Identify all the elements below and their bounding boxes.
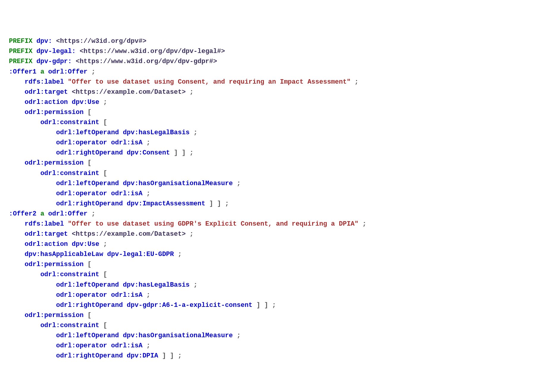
code-token: [233, 180, 237, 187]
code-line: odrl:target <https://example.com/Dataset…: [9, 229, 528, 239]
code-line: :Offer2 a odrl:Offer ;: [9, 209, 528, 219]
code-token: [72, 58, 76, 65]
code-token: odrl:permission: [25, 159, 84, 167]
code-token: [123, 302, 127, 309]
code-token: [9, 230, 25, 238]
code-line: odrl:constraint [: [9, 270, 528, 280]
code-token: "Offer to use dataset using GDPR's Expli…: [68, 220, 358, 228]
code-line: odrl:action dpv:Use ;: [9, 97, 528, 107]
code-token: [9, 302, 56, 309]
code-token: [68, 230, 72, 238]
code-token: ;: [91, 68, 95, 76]
code-token: odrl:target: [25, 230, 68, 238]
code-token: [9, 149, 56, 157]
code-token: odrl:action: [25, 99, 68, 106]
code-token: odrl:isA: [111, 139, 143, 146]
code-token: ;: [178, 251, 182, 258]
code-token: ;: [237, 332, 241, 339]
code-token: [64, 78, 68, 86]
code-token: [44, 68, 48, 76]
code-token: ;: [91, 210, 95, 218]
code-line: odrl:leftOperand dpv:hasOrganisationalMe…: [9, 179, 528, 189]
code-token: [9, 190, 56, 197]
code-token: dpv:hasLegalBasis: [123, 129, 190, 136]
code-token: dpv:DPIA: [127, 352, 158, 360]
code-token: [143, 291, 146, 299]
code-token: [107, 139, 111, 146]
code-line: odrl:constraint [: [9, 321, 528, 331]
code-token: ;: [194, 281, 198, 289]
code-token: [: [87, 109, 91, 116]
code-line: odrl:leftOperand dpv:hasLegalBasis ;: [9, 280, 528, 290]
code-token: [9, 139, 56, 146]
code-token: ;: [362, 220, 366, 228]
code-token: <https://example.com/Dataset>: [72, 230, 186, 238]
code-token: [9, 220, 25, 228]
code-token: odrl:operator: [56, 291, 107, 299]
code-token: odrl:constraint: [40, 322, 99, 329]
code-token: odrl:target: [25, 88, 68, 96]
code-line: odrl:permission [: [9, 310, 528, 321]
code-line: odrl:permission [: [9, 158, 528, 168]
code-token: [9, 251, 25, 258]
code-token: dpv:hasOrganisationalMeasure: [123, 332, 233, 339]
code-line: odrl:operator odrl:isA ;: [9, 341, 528, 351]
code-token: <https://w3id.org/dpv#>: [56, 38, 146, 45]
code-token: <https://www.w3id.org/dpv/dpv-gdpr#>: [76, 58, 217, 65]
code-line: odrl:rightOperand dpv:ImpactAssessment ]…: [9, 199, 528, 209]
code-token: "Offer to use dataset using Consent, and…: [68, 78, 351, 86]
code-token: [36, 210, 40, 218]
code-token: odrl:operator: [56, 139, 107, 146]
code-token: [68, 240, 72, 248]
code-token: [9, 240, 25, 248]
code-token: <https://www.w3id.org/dpv/dpv-legal#>: [80, 48, 225, 55]
code-line: odrl:action dpv:Use ;: [9, 239, 528, 249]
code-token: ] ] ;: [174, 149, 194, 157]
code-token: dpv:hasApplicableLaw: [25, 251, 103, 258]
code-token: [158, 352, 162, 360]
code-token: [233, 332, 237, 339]
code-token: ;: [237, 180, 241, 187]
code-token: odrl:constraint: [40, 271, 99, 278]
code-token: [119, 332, 123, 339]
code-token: [9, 78, 25, 86]
code-token: [84, 159, 87, 167]
code-token: [170, 149, 174, 157]
code-token: ;: [146, 291, 150, 299]
code-token: [: [103, 119, 107, 126]
code-token: ] ] ;: [256, 302, 276, 309]
code-token: dpv:Use: [72, 240, 99, 248]
code-token: [143, 139, 146, 146]
code-token: odrl:rightOperand: [56, 352, 123, 360]
code-token: ;: [146, 190, 150, 197]
code-token: odrl:permission: [25, 109, 84, 116]
code-token: [9, 170, 40, 177]
code-token: odrl:Offer: [48, 210, 87, 218]
code-token: [9, 99, 25, 106]
code-token: [123, 149, 127, 157]
code-token: odrl:rightOperand: [56, 302, 123, 309]
code-line: odrl:operator odrl:isA ;: [9, 290, 528, 300]
code-line: PREFIX dpv-legal: <https://www.w3id.org/…: [9, 46, 528, 57]
code-token: [: [87, 159, 91, 167]
code-token: [9, 159, 25, 167]
code-token: odrl:isA: [111, 342, 143, 349]
code-token: [: [103, 322, 107, 329]
code-token: [99, 322, 103, 329]
code-token: odrl:isA: [111, 190, 143, 197]
code-line: rdfs:label "Offer to use dataset using G…: [9, 219, 528, 229]
code-line: odrl:rightOperand dpv:Consent ] ] ;: [9, 148, 528, 158]
code-token: odrl:leftOperand: [56, 129, 119, 136]
code-line: odrl:operator odrl:isA ;: [9, 189, 528, 199]
code-token: [68, 88, 72, 96]
code-token: [186, 88, 190, 96]
code-token: ] ] ;: [209, 200, 229, 207]
code-token: [9, 291, 56, 299]
code-token: odrl:rightOperand: [56, 149, 123, 157]
code-token: [87, 68, 91, 76]
code-line: odrl:permission [: [9, 260, 528, 270]
code-token: [190, 129, 193, 136]
code-token: dpv:ImpactAssessment: [127, 200, 205, 207]
code-token: [44, 210, 48, 218]
code-token: [9, 129, 56, 136]
